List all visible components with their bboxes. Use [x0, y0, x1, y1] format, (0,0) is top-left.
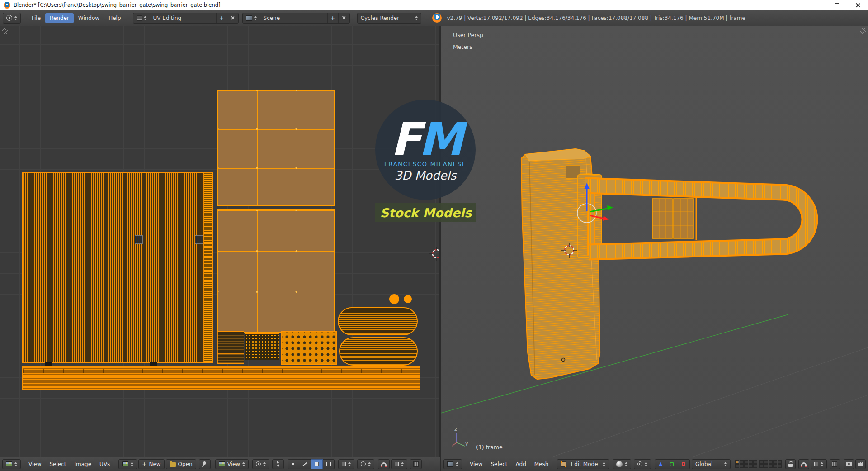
render-engine-dropdown[interactable]: Cycles Render — [357, 13, 421, 24]
menu-file[interactable]: File — [27, 13, 45, 23]
layer-3[interactable] — [744, 460, 748, 464]
uv-draw-other-objects-toggle[interactable] — [410, 459, 422, 469]
layer-5[interactable] — [753, 460, 757, 464]
layer-4[interactable] — [749, 460, 753, 464]
3d-viewport[interactable]: User Persp Meters (1) frame z y — [440, 26, 868, 457]
editor-splitter[interactable] — [439, 26, 441, 471]
uv-island-small-part-b[interactable] — [245, 333, 279, 360]
pivot-point-dropdown[interactable] — [252, 459, 269, 469]
minimize-button[interactable] — [806, 0, 826, 10]
snap-toggle-3d[interactable] — [798, 459, 809, 469]
layer-19[interactable] — [773, 464, 777, 468]
layer-7[interactable] — [764, 460, 768, 464]
snap-toggle[interactable] — [378, 459, 390, 469]
uv-island-panel-bottom[interactable] — [217, 209, 335, 333]
menu-help[interactable]: Help — [104, 13, 125, 23]
uv-sync-selection-toggle[interactable] — [272, 459, 284, 469]
uv-island-capsule-bottom[interactable] — [339, 337, 418, 366]
image-browse-button[interactable] — [118, 459, 137, 469]
uv-island-cabinet-stripes[interactable] — [22, 172, 213, 363]
manipulator-translate-button[interactable] — [655, 459, 666, 469]
opengl-render-anim-button[interactable] — [855, 459, 866, 469]
uv-menu-image[interactable]: Image — [71, 459, 96, 469]
uv-island-small-part-a[interactable] — [217, 331, 244, 364]
layer-group-1[interactable] — [735, 460, 757, 468]
layer-1[interactable] — [735, 460, 739, 464]
uv-island-handle[interactable] — [195, 235, 203, 244]
screen-layout-add-button[interactable]: + — [217, 13, 227, 23]
scene-delete-button[interactable] — [339, 13, 349, 23]
scene-add-button[interactable]: + — [328, 13, 339, 23]
close-button[interactable] — [847, 0, 868, 10]
manipulator-rotate-button[interactable] — [666, 459, 678, 469]
layer-9[interactable] — [773, 460, 777, 464]
interaction-mode-dropdown[interactable]: Edit Mode — [557, 459, 609, 469]
layer-17[interactable] — [764, 464, 768, 468]
screen-layout-browse-button[interactable] — [133, 13, 150, 23]
uv-island-panel-top[interactable] — [217, 90, 335, 206]
menu-window[interactable]: Window — [74, 13, 104, 23]
uv-select-face-button[interactable] — [311, 459, 323, 469]
layer-15[interactable] — [753, 464, 757, 468]
editor-type-selector-info[interactable] — [3, 13, 21, 24]
layer-14[interactable] — [749, 464, 753, 468]
viewport-shading-dropdown[interactable] — [613, 459, 631, 469]
manipulator-scale-button[interactable] — [678, 459, 690, 469]
scene-browse-button[interactable] — [243, 13, 260, 23]
layer-18[interactable] — [769, 464, 773, 468]
editor-corner-widget[interactable] — [2, 28, 8, 34]
editor-type-selector-uv[interactable] — [2, 459, 21, 469]
lock-to-scene-toggle[interactable] — [785, 459, 796, 469]
v3d-menu-select[interactable]: Select — [486, 459, 511, 469]
layer-10[interactable] — [778, 460, 782, 464]
menu-render[interactable]: Render — [45, 13, 74, 23]
gate-arm-mesh[interactable] — [585, 186, 810, 252]
uv-island-small-part-c[interactable] — [281, 331, 337, 365]
sticky-selection-dropdown[interactable] — [338, 459, 354, 469]
transform-orientation-dropdown[interactable]: Global — [692, 459, 731, 469]
snap-element-dropdown[interactable] — [391, 459, 407, 469]
uv-image-editor[interactable] — [0, 26, 440, 457]
display-channel-dropdown[interactable]: View — [215, 459, 249, 469]
uv-select-edge-button[interactable] — [299, 459, 311, 469]
layer-6[interactable] — [760, 460, 764, 464]
uv-island-base-strip[interactable] — [22, 366, 420, 390]
proportional-edit-dropdown[interactable] — [357, 459, 374, 469]
uv-menu-select[interactable]: Select — [45, 459, 70, 469]
layer-8[interactable] — [769, 460, 773, 464]
layer-2[interactable] — [740, 460, 744, 464]
uv-select-vertex-button[interactable] — [288, 459, 299, 469]
uv-select-island-button[interactable] — [323, 459, 335, 469]
uv-island-handle[interactable] — [135, 235, 143, 244]
v3d-menu-mesh[interactable]: Mesh — [530, 459, 553, 469]
new-image-button[interactable]: + New — [138, 459, 164, 469]
screen-layout-name-field[interactable]: UV Editing — [150, 13, 217, 23]
layer-11[interactable] — [735, 464, 739, 468]
layer-13[interactable] — [744, 464, 748, 468]
maximize-button[interactable] — [826, 0, 847, 10]
snap-peel-toggle[interactable] — [830, 459, 840, 469]
editor-corner-widget[interactable] — [860, 28, 866, 34]
open-image-button[interactable]: Open — [166, 459, 196, 469]
uv-island-tick[interactable] — [150, 362, 157, 366]
pivot-center-dropdown[interactable] — [634, 459, 651, 469]
v3d-menu-view[interactable]: View — [466, 459, 486, 469]
uv-menu-view[interactable]: View — [24, 459, 45, 469]
uv-island-disc-large[interactable] — [389, 294, 399, 304]
layer-12[interactable] — [740, 464, 744, 468]
uv-menu-uvs[interactable]: UVs — [95, 459, 114, 469]
screen-layout-delete-button[interactable] — [227, 13, 238, 23]
v3d-menu-add[interactable]: Add — [512, 459, 530, 469]
layer-16[interactable] — [760, 464, 764, 468]
uv-island-tick[interactable] — [45, 362, 52, 366]
uv-2d-cursor[interactable] — [429, 247, 440, 261]
scene-name-field[interactable]: Scene — [260, 13, 328, 23]
opengl-render-button[interactable] — [844, 459, 854, 469]
pin-image-toggle[interactable] — [199, 459, 211, 469]
uv-island-disc-small[interactable] — [404, 295, 412, 303]
uv-island-capsule-top[interactable] — [338, 307, 418, 335]
layer-20[interactable] — [778, 464, 782, 468]
snap-element-dropdown-3d[interactable] — [811, 459, 827, 469]
editor-type-selector-3d[interactable] — [443, 459, 462, 469]
layer-group-2[interactable] — [760, 460, 782, 468]
